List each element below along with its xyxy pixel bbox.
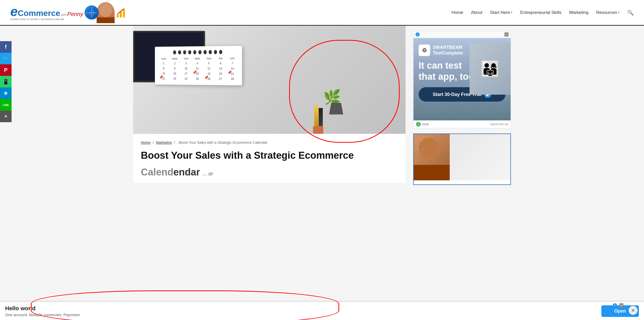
nav-entrepreneurial-skills[interactable]: Entrepreneurial Skills — [520, 10, 562, 15]
facebook-share-button[interactable]: f — [0, 41, 12, 53]
line-icon: LINE — [3, 103, 9, 106]
main-nav: Home About Start Here ▾ Entrepreneurial … — [452, 10, 634, 16]
twitter-icon: 🐦 — [3, 56, 9, 62]
line-share-button[interactable]: LINE — [0, 99, 12, 111]
breadcrumb-marketing[interactable]: Marketing — [156, 140, 172, 145]
search-icon[interactable]: 🔍 — [627, 10, 634, 16]
svg-point-1 — [89, 8, 94, 17]
logo-penny: Penny — [67, 11, 83, 17]
svg-rect-5 — [117, 14, 119, 17]
svg-rect-7 — [123, 9, 125, 17]
more-share-button[interactable]: + — [0, 111, 12, 122]
logo[interactable]: e Commerce with Penny LEARN HOW TO START… — [10, 2, 127, 23]
pencil-holder — [313, 105, 326, 134]
breadcrumb: Home / Marketing / Boost Your Sales with… — [141, 140, 398, 145]
widget-content: 👓 — [414, 134, 510, 180]
resources-dropdown-arrow: ▾ — [618, 11, 620, 14]
sidebar-widget-author: 👓 — [413, 134, 511, 185]
report-ad-link[interactable]: report this ad — [490, 122, 508, 126]
ad-box-testcomplete: i ✕ ⚙ SMARTBEAR TestComplete It can test… — [413, 31, 511, 128]
header: e Commerce with Penny LEARN HOW TO START… — [0, 0, 644, 26]
main-layout: SUNMON TUEWED THUFRI SAT 12 34 56 7 89 1… — [116, 26, 528, 185]
hero-image: SUNMON TUEWED THUFRI SAT 12 34 56 7 89 1… — [133, 26, 406, 134]
nav-resources[interactable]: Resources ▾ — [596, 10, 620, 15]
article-title-part2: Calend — [141, 167, 173, 177]
ezoic-icon: e — [416, 122, 421, 127]
ad-people-image: 👨‍👩‍👧 — [470, 43, 511, 95]
article-title: Boost Your Sales with a Strategic Ecomme… — [141, 150, 354, 161]
ezoic-badge: e ezoic — [416, 122, 429, 127]
nav-about[interactable]: About — [471, 10, 482, 15]
nav-start-here[interactable]: Start Here ▾ — [490, 10, 512, 15]
facebook-icon: f — [5, 44, 7, 50]
breadcrumb-area: Home / Marketing / Boost Your Sales with… — [133, 134, 406, 147]
ad-brand-name: SMARTBEAR TestComplete — [433, 45, 463, 56]
breadcrumb-current: Boost Your Sales with a Strategic Ecomme… — [179, 140, 268, 145]
article-title-continued: Calendendar ... or — [133, 167, 406, 183]
ad-brand-icon: ⚙ — [419, 45, 430, 56]
breadcrumb-home[interactable]: Home — [141, 140, 150, 145]
logo-avatar — [97, 2, 115, 23]
ad-close-button[interactable]: ✕ — [504, 32, 509, 37]
logo-commerce: Commerce — [18, 8, 60, 18]
article-title-area: Boost Your Sales with a Strategic Ecomme… — [133, 147, 406, 167]
ad-content: ⚙ SMARTBEAR TestComplete It can test tha… — [413, 38, 511, 120]
social-sidebar: f 🐦 P 📱 ✈ LINE + — [0, 41, 12, 122]
svg-rect-6 — [120, 12, 122, 17]
logo-tagline: LEARN HOW TO START A BUSINESS ONLINE — [10, 18, 83, 21]
twitter-share-button[interactable]: 🐦 — [0, 53, 12, 64]
whatsapp-icon: 📱 — [3, 79, 9, 85]
more-icon: + — [4, 113, 7, 119]
nav-marketing[interactable]: Marketing — [569, 10, 588, 15]
plant-decoration: 🌿 — [323, 90, 349, 134]
whatsapp-share-button[interactable]: 📱 — [0, 76, 12, 87]
logo-chart-icon — [115, 7, 127, 18]
start-here-dropdown-arrow: ▾ — [511, 11, 512, 14]
pinterest-icon: P — [4, 67, 7, 73]
logo-with: with — [61, 13, 67, 17]
ad-info-icon[interactable]: i — [416, 32, 420, 37]
widget-avatar: 👓 — [419, 138, 439, 158]
nav-home[interactable]: Home — [452, 10, 463, 15]
telegram-icon: ✈ — [4, 90, 8, 96]
widget-person-area: 👓 — [414, 134, 450, 180]
calendar-image: SUNMON TUEWED THUFRI SAT 12 34 56 7 89 1… — [154, 46, 241, 129]
logo-globe-icon — [85, 5, 99, 20]
sidebar-area: i ✕ ⚙ SMARTBEAR TestComplete It can test… — [413, 26, 511, 185]
logo-e: e — [10, 5, 18, 18]
telegram-share-button[interactable]: ✈ — [0, 87, 12, 99]
ad-top-bar: i ✕ — [413, 31, 511, 38]
content-area: SUNMON TUEWED THUFRI SAT 12 34 56 7 89 1… — [133, 26, 406, 185]
pinterest-share-button[interactable]: P — [0, 64, 12, 76]
ad-footer: e ezoic report this ad — [413, 120, 511, 128]
svg-point-0 — [87, 8, 96, 17]
widget-text-area — [450, 134, 510, 180]
